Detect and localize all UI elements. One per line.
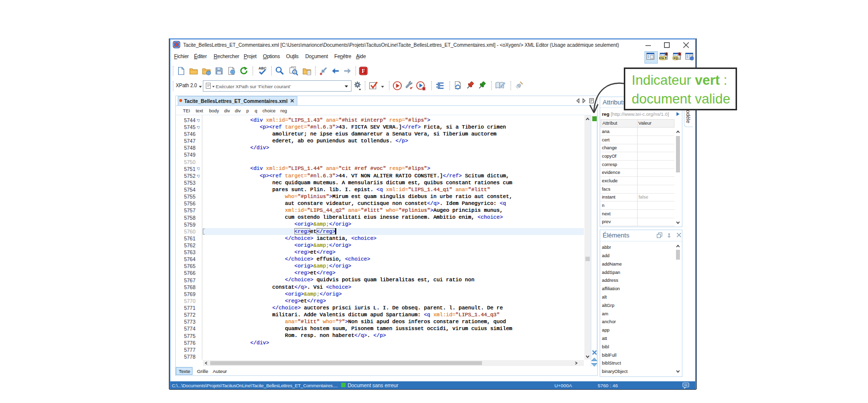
svg-text:XQ: XQ: [674, 56, 678, 60]
svg-text:ABC: ABC: [258, 66, 267, 70]
svg-text:XSLT: XSLT: [659, 56, 667, 60]
svg-text:F: F: [361, 68, 365, 74]
